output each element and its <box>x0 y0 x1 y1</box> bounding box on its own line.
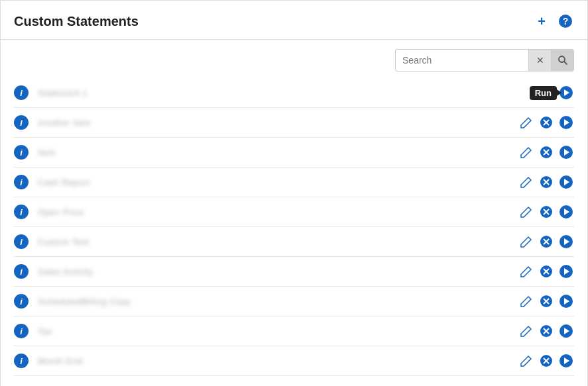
row-label: ScheduledBilling Copy <box>38 297 131 307</box>
page-title: Custom Statements <box>14 14 139 29</box>
search-input[interactable] <box>396 51 528 70</box>
row-label: Statement 1 <box>38 88 88 98</box>
x-circle-icon <box>540 175 553 189</box>
row-actions <box>518 144 574 160</box>
x-circle-icon <box>540 116 553 129</box>
info-icon[interactable]: i <box>14 354 29 368</box>
pencil-icon <box>520 295 533 308</box>
header-actions: + ? <box>533 13 574 30</box>
arrow-circle-icon <box>559 115 573 130</box>
row-left: i Cash Report <box>14 175 518 189</box>
edit-button[interactable] <box>518 204 534 220</box>
footer: 10 Results 25 Results 50 Results 100 Res… <box>1 383 587 386</box>
pencil-icon <box>520 205 533 218</box>
x-circle-icon <box>540 205 553 218</box>
list-container: i Statement 1 Run i Another Item <box>1 78 587 376</box>
go-button[interactable] <box>558 323 574 339</box>
table-row: i Open Price <box>14 197 574 227</box>
pencil-icon <box>520 175 533 189</box>
table-row: i Sales Activity <box>14 257 574 287</box>
edit-button[interactable] <box>518 115 534 130</box>
table-row: i Another Item <box>14 108 574 138</box>
row-label: Custom Test <box>38 237 89 247</box>
go-button[interactable] <box>558 204 574 220</box>
info-icon[interactable]: i <box>14 115 29 130</box>
edit-button[interactable] <box>518 144 534 160</box>
table-row: i Month End <box>14 346 574 376</box>
info-icon[interactable]: i <box>14 205 29 219</box>
edit-button[interactable] <box>518 174 534 190</box>
add-button[interactable]: + <box>533 13 550 30</box>
pencil-icon <box>520 146 533 159</box>
info-icon[interactable]: i <box>14 324 29 338</box>
run-tooltip: Run <box>530 86 557 100</box>
table-row: i Statement 1 Run <box>14 78 574 108</box>
info-icon[interactable]: i <box>14 85 29 100</box>
arrow-circle-icon <box>559 264 573 279</box>
info-icon[interactable]: i <box>14 264 29 279</box>
row-left: i ScheduledBilling Copy <box>14 294 518 309</box>
info-icon[interactable]: i <box>14 234 29 249</box>
delete-button[interactable] <box>538 174 554 190</box>
pencil-icon <box>520 354 533 367</box>
delete-button[interactable] <box>538 204 554 220</box>
row-left: i Tax <box>14 324 518 338</box>
edit-button[interactable] <box>518 293 534 309</box>
table-row: i ScheduledBilling Copy <box>14 287 574 316</box>
delete-button[interactable] <box>538 144 554 160</box>
delete-button[interactable] <box>538 353 554 369</box>
pencil-icon <box>520 116 533 129</box>
x-circle-icon <box>540 146 553 159</box>
row-actions <box>518 264 574 279</box>
go-button[interactable] <box>558 353 574 369</box>
info-icon[interactable]: i <box>14 145 29 160</box>
edit-button[interactable] <box>518 234 534 250</box>
table-row: i Tax <box>14 316 574 346</box>
row-actions <box>518 353 574 369</box>
row-label: Tax <box>38 326 52 336</box>
edit-button[interactable] <box>518 323 534 339</box>
row-actions <box>518 204 574 220</box>
go-button[interactable] <box>558 144 574 160</box>
search-bar-row: ✕ <box>1 40 587 78</box>
info-icon[interactable]: i <box>14 175 29 189</box>
search-go-button[interactable] <box>551 50 573 71</box>
edit-button[interactable] <box>518 264 534 279</box>
row-actions <box>518 234 574 250</box>
row-label: Month End <box>38 356 82 366</box>
row-label: Another Item <box>38 118 91 128</box>
row-label: Item <box>38 148 56 158</box>
edit-button[interactable] <box>518 353 534 369</box>
x-circle-icon <box>540 265 553 278</box>
arrow-circle-icon <box>559 324 573 338</box>
x-circle-icon <box>540 295 553 308</box>
pencil-icon <box>520 235 533 248</box>
row-actions <box>518 293 574 309</box>
arrow-circle-icon <box>559 175 573 189</box>
help-icon: ? <box>558 14 573 28</box>
go-button[interactable] <box>558 234 574 250</box>
x-circle-icon <box>540 235 553 248</box>
row-label: Sales Activity <box>38 267 93 277</box>
row-label: Cash Report <box>38 177 89 187</box>
pencil-icon <box>520 324 533 338</box>
go-button[interactable] <box>558 115 574 130</box>
delete-button[interactable] <box>538 323 554 339</box>
row-label: Open Price <box>38 207 84 217</box>
arrow-circle-icon <box>559 354 573 368</box>
arrow-circle-icon <box>559 234 573 249</box>
search-clear-button[interactable]: ✕ <box>528 50 551 71</box>
info-icon[interactable]: i <box>14 294 29 309</box>
row-left: i Another Item <box>14 115 518 130</box>
delete-button[interactable] <box>538 264 554 279</box>
row-left: i Open Price <box>14 205 518 219</box>
help-button[interactable]: ? <box>557 13 574 30</box>
go-button[interactable] <box>558 293 574 309</box>
delete-button[interactable] <box>538 115 554 130</box>
delete-button[interactable] <box>538 293 554 309</box>
row-left: i Statement 1 <box>14 85 530 100</box>
delete-button[interactable] <box>538 234 554 250</box>
table-row: i Item <box>14 138 574 168</box>
go-button[interactable] <box>558 264 574 279</box>
go-button[interactable] <box>558 174 574 190</box>
